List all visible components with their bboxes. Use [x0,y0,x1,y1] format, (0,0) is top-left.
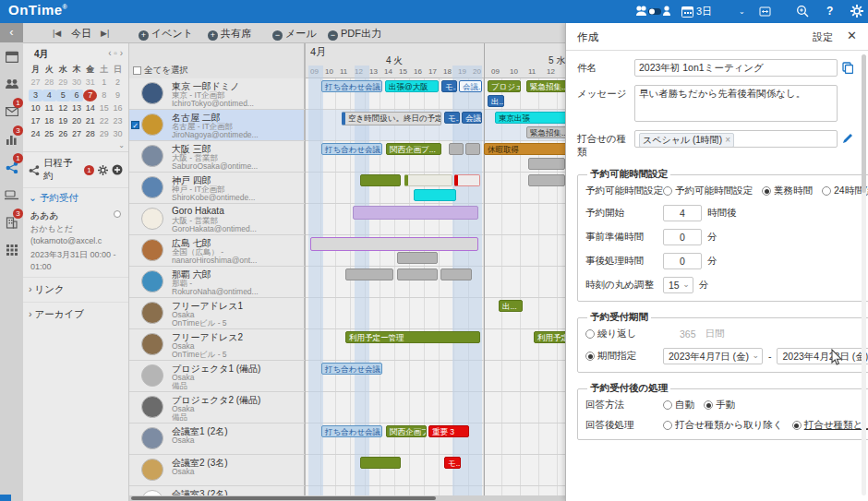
repeat-radio[interactable] [585,329,595,339]
search-icon[interactable] [796,3,809,19]
resource-name-cell[interactable]: プロジェクタ1 (備品)Osaka備品 [129,361,305,391]
building-nav-icon[interactable]: 3 [0,209,23,236]
event-block[interactable]: 空き時間扱い。終日の予定も可能。 [342,112,441,125]
expand-icon[interactable] [759,3,771,19]
calendar-day[interactable]: 31 [83,77,97,89]
next-day-button[interactable]: ▶| [101,23,109,43]
event-block[interactable]: 打ち合わせ会議 [321,425,382,437]
gear-icon[interactable] [98,165,108,175]
event-block[interactable]: 関西企画プ... [386,143,441,155]
event-block[interactable]: 東京出張 [495,112,573,124]
select-all-checkbox[interactable] [133,66,141,75]
subject-input[interactable]: 2023年初 1on1ミーティング [634,59,838,77]
event-block[interactable]: モ... [444,112,460,124]
calendar-day[interactable]: 28 [42,77,56,89]
event-block[interactable]: 関西企画プ... [386,425,427,437]
accept-section-header[interactable]: ⌄ 予約受付 [23,188,128,209]
remove-tag-icon[interactable]: × [725,135,730,145]
event-block[interactable] [397,268,438,280]
event-block[interactable]: モ... [441,80,457,92]
event-block[interactable] [397,252,438,264]
stats-nav-icon[interactable]: 3 [0,125,23,153]
calendar-day[interactable]: 13 [70,102,84,114]
event-block[interactable] [345,268,393,280]
event-block[interactable] [414,189,456,201]
view-selector[interactable]: 3日 [681,3,712,19]
calendar-day[interactable]: 12 [56,102,70,114]
booking-item-title[interactable]: あああ [23,209,128,222]
groups-nav-icon[interactable] [0,70,23,98]
link-section-header[interactable]: › リンク [23,277,128,302]
calendar-day[interactable]: 15 [97,102,111,114]
prep-time-input[interactable]: 0 [663,229,702,245]
calendar-day[interactable]: 9 [111,89,125,101]
resource-name-cell[interactable]: 会議室2 (3名)Osaka [129,455,305,485]
calendar-day[interactable]: 27 [29,77,42,89]
rounding-select[interactable]: 15 [663,277,693,293]
event-block[interactable] [528,174,565,186]
event-block[interactable] [404,174,452,186]
copy-icon[interactable] [842,59,857,76]
reservation-start-input[interactable]: 4 [663,205,702,221]
time-setting-option[interactable]: 予約可能時間設定 [663,185,753,197]
resource-name-cell[interactable]: 那覇 六郎那覇 -RokuroNaha@ontimed... [129,267,305,297]
after-answer-option[interactable]: 打合せ種類から取り除く [663,419,783,432]
panel-scrollbar-thumb[interactable] [862,54,866,193]
event-block[interactable] [465,143,480,155]
event-block[interactable] [360,174,401,186]
time-setting-option-radio[interactable] [663,186,672,196]
after-answer-option-radio[interactable] [792,421,802,430]
event-block[interactable]: 出... [488,95,504,107]
event-block[interactable]: 利用予定ー管理 [345,331,480,343]
event-block[interactable]: 会議... [459,80,482,92]
calendar-day[interactable]: 23 [111,115,125,127]
select-all[interactable]: 全てを選択 [133,65,188,77]
calendar-day[interactable]: 18 [42,115,56,127]
event-block[interactable] [310,237,478,251]
time-setting-option-radio[interactable] [762,186,771,196]
resource-name-cell[interactable]: 東京 一郎ドミノ東京 - IT企画部IchiroTokyo@ontimed... [129,78,305,109]
event-block[interactable]: モ... [444,457,461,469]
chevron-down-icon[interactable]: ⌄ [739,3,745,19]
calendar-day[interactable]: 14 [83,102,97,114]
meeting-type-input[interactable]: スペシャル (1時間)× [634,130,838,148]
edit-pencil-icon[interactable] [842,130,857,146]
calendar-day[interactable]: 5 [56,89,70,101]
calendar-day[interactable]: 16 [111,102,125,114]
calendar-nav-icon[interactable] [0,42,23,70]
event-block[interactable] [528,158,565,170]
calendar-day[interactable]: 26 [56,128,70,140]
close-icon[interactable]: ✕ [847,29,857,42]
calendar-day[interactable]: 28 [83,128,97,140]
resource-name-cell[interactable]: Goro Hakata大阪 - 営業部GoroHakata@ontimed... [129,204,305,234]
calendar-day[interactable]: 30 [111,128,125,140]
event-block[interactable] [360,457,401,469]
add-icon[interactable] [112,164,123,175]
event-block[interactable]: 打ち合わせ会議 [321,143,382,155]
event-block[interactable]: 打ち合わせ会議 [321,363,382,375]
schedule-booking-header[interactable]: 日程予約 1 [23,152,128,188]
resource-name-cell[interactable]: 会議室1 (2名)Osaka [129,423,305,454]
event-block[interactable] [454,174,480,186]
booking-item-radio[interactable] [114,210,121,218]
calendar-day[interactable]: 19 [56,115,70,127]
calendar-day[interactable]: 4 [42,89,56,101]
resource-name-cell[interactable]: 神戸 四郎神戸 - IT企画部ShiroKobe@ontimede... [129,173,305,203]
mini-calendar-expand-icon[interactable]: ⌄ [23,140,128,152]
panel-scrollbar[interactable] [862,54,866,495]
range-option[interactable]: 期間指定 [585,350,663,363]
answer-method-option[interactable]: 手動 [704,399,735,412]
message-textarea[interactable]: 早い者勝ちだから先着後着関係なし。 [634,85,838,122]
calendar-day[interactable]: 25 [42,128,56,140]
calendar-day[interactable]: 11 [42,102,56,114]
time-setting-option-radio[interactable] [822,186,831,196]
event-block[interactable] [353,206,478,220]
prev-day-button[interactable]: |◀ [53,23,61,43]
mini-calendar-nav[interactable]: ‹ ▫ › [108,48,123,61]
repeat-option[interactable]: 繰り返し [585,328,663,340]
apps-grid-icon[interactable] [0,236,23,264]
event-block[interactable] [449,143,464,155]
group-toggle-icon[interactable] [635,3,672,19]
calendar-day[interactable]: 20 [70,115,84,127]
range-radio[interactable] [585,352,595,361]
